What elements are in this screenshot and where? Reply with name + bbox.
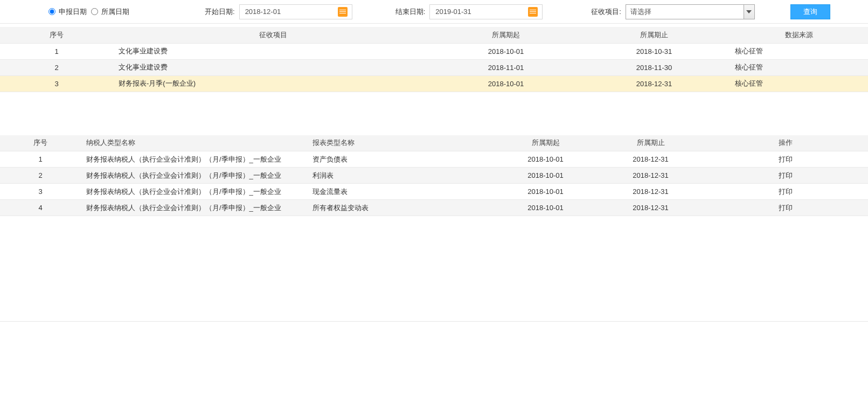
- collection-table-header-row: 序号 征收项目 所属期起 所属期止 数据来源: [0, 27, 868, 43]
- query-button-label: 查询: [803, 7, 817, 17]
- table-row[interactable]: 2文化事业建设费2018-11-012018-11-30核心征管: [0, 59, 868, 75]
- th2-payer: 纳税人类型名称: [81, 135, 307, 151]
- project-select-placeholder: 请选择: [630, 7, 651, 17]
- radio-belong-label: 所属日期: [101, 7, 129, 17]
- cell-start: 2018-10-01: [493, 151, 598, 168]
- report-table-header-row: 序号 纳税人类型名称 报表类型名称 所属期起 所属期止 操作: [0, 135, 868, 151]
- cell-end: 2018-12-31: [598, 151, 703, 168]
- cell-end: 2018-12-31: [598, 168, 703, 184]
- cell-end: 2018-12-31: [579, 75, 730, 92]
- cell-no: 2: [0, 168, 81, 184]
- cell-op: 打印: [703, 184, 868, 200]
- th2-start: 所属期起: [493, 135, 598, 151]
- project-select[interactable]: 请选择: [626, 4, 755, 19]
- cell-source: 核心征管: [730, 59, 868, 75]
- radio-declare-date[interactable]: 申报日期: [48, 7, 87, 17]
- table-row[interactable]: 3财务报表-月季(一般企业)2018-10-012018-12-31核心征管: [0, 75, 868, 92]
- cell-end: 2018-11-30: [579, 59, 730, 75]
- page-root: 申报日期 所属日期 开始日期: 结束日期: 征收项目: 请选择: [0, 0, 868, 396]
- cell-end: 2018-10-31: [579, 43, 730, 59]
- th-project: 征收项目: [113, 27, 433, 43]
- calendar-icon[interactable]: [528, 7, 538, 17]
- cell-report: 利润表: [307, 168, 493, 184]
- end-date-block: 结束日期:: [395, 4, 543, 19]
- cell-op: 打印: [703, 151, 868, 168]
- table-row[interactable]: 2财务报表纳税人（执行企业会计准则）（月/季申报）_一般企业利润表2018-10…: [0, 168, 868, 184]
- th-source: 数据来源: [730, 27, 868, 43]
- dropdown-button[interactable]: [744, 5, 754, 19]
- table-row[interactable]: 1财务报表纳税人（执行企业会计准则）（月/季申报）_一般企业资产负债表2018-…: [0, 151, 868, 168]
- radio-declare-input[interactable]: [48, 8, 55, 15]
- cell-end: 2018-12-31: [598, 184, 703, 200]
- cell-start: 2018-10-01: [433, 43, 579, 59]
- start-date-input-wrap[interactable]: [239, 4, 352, 19]
- cell-start: 2018-10-01: [493, 168, 598, 184]
- th2-report: 报表类型名称: [307, 135, 493, 151]
- date-type-radio-group: 申报日期 所属日期: [48, 7, 129, 17]
- print-link[interactable]: 打印: [779, 187, 793, 196]
- th-start: 所属期起: [433, 27, 579, 43]
- th2-op: 操作: [703, 135, 868, 151]
- cell-op: 打印: [703, 200, 868, 216]
- print-link[interactable]: 打印: [779, 171, 793, 179]
- th-no: 序号: [0, 27, 113, 43]
- cell-start: 2018-10-01: [493, 200, 598, 216]
- table-row[interactable]: 3财务报表纳税人（执行企业会计准则）（月/季申报）_一般企业现金流量表2018-…: [0, 184, 868, 200]
- chevron-down-icon: [746, 10, 752, 13]
- cell-end: 2018-12-31: [598, 200, 703, 216]
- cell-project: 文化事业建设费: [113, 59, 433, 75]
- radio-belong-input[interactable]: [91, 8, 98, 15]
- start-date-input[interactable]: [244, 7, 338, 16]
- print-link[interactable]: 打印: [779, 155, 793, 163]
- end-date-label: 结束日期:: [395, 7, 426, 17]
- cell-payer: 财务报表纳税人（执行企业会计准则）（月/季申报）_一般企业: [81, 200, 307, 216]
- end-date-input[interactable]: [434, 7, 528, 16]
- print-link[interactable]: 打印: [779, 204, 793, 212]
- query-button[interactable]: 查询: [790, 4, 830, 19]
- cell-no: 3: [0, 75, 113, 92]
- end-date-input-wrap[interactable]: [429, 4, 543, 19]
- cell-start: 2018-10-01: [433, 75, 579, 92]
- cell-no: 1: [0, 151, 81, 168]
- report-table: 序号 纳税人类型名称 报表类型名称 所属期起 所属期止 操作 1财务报表纳税人（…: [0, 135, 868, 217]
- bottom-divider: [0, 321, 868, 322]
- report-table-wrap: 序号 纳税人类型名称 报表类型名称 所属期起 所属期止 操作 1财务报表纳税人（…: [0, 135, 868, 217]
- cell-payer: 财务报表纳税人（执行企业会计准则）（月/季申报）_一般企业: [81, 151, 307, 168]
- cell-report: 资产负债表: [307, 151, 493, 168]
- filter-bar: 申报日期 所属日期 开始日期: 结束日期: 征收项目: 请选择: [0, 0, 868, 24]
- table-row[interactable]: 1文化事业建设费2018-10-012018-10-31核心征管: [0, 43, 868, 59]
- cell-report: 现金流量表: [307, 184, 493, 200]
- cell-start: 2018-10-01: [493, 184, 598, 200]
- th-end: 所属期止: [579, 27, 730, 43]
- cell-report: 所有者权益变动表: [307, 200, 493, 216]
- cell-start: 2018-11-01: [433, 59, 579, 75]
- cell-no: 1: [0, 43, 113, 59]
- cell-project: 文化事业建设费: [113, 43, 433, 59]
- th2-end: 所属期止: [598, 135, 703, 151]
- cell-project: 财务报表-月季(一般企业): [113, 75, 433, 92]
- cell-payer: 财务报表纳税人（执行企业会计准则）（月/季申报）_一般企业: [81, 168, 307, 184]
- collection-table: 序号 征收项目 所属期起 所属期止 数据来源 1文化事业建设费2018-10-0…: [0, 27, 868, 92]
- project-select-block: 征收项目: 请选择: [591, 4, 755, 19]
- cell-no: 3: [0, 184, 81, 200]
- start-date-block: 开始日期:: [205, 4, 352, 19]
- th2-no: 序号: [0, 135, 81, 151]
- cell-no: 4: [0, 200, 81, 216]
- table-row[interactable]: 4财务报表纳税人（执行企业会计准则）（月/季申报）_一般企业所有者权益变动表20…: [0, 200, 868, 216]
- cell-op: 打印: [703, 168, 868, 184]
- calendar-icon[interactable]: [338, 7, 348, 17]
- radio-declare-label: 申报日期: [59, 7, 87, 17]
- radio-belong-date[interactable]: 所属日期: [91, 7, 129, 17]
- cell-no: 2: [0, 59, 113, 75]
- cell-payer: 财务报表纳税人（执行企业会计准则）（月/季申报）_一般企业: [81, 184, 307, 200]
- cell-source: 核心征管: [730, 43, 868, 59]
- project-select-label: 征收项目:: [591, 7, 621, 17]
- start-date-label: 开始日期:: [205, 7, 235, 17]
- cell-source: 核心征管: [730, 75, 868, 92]
